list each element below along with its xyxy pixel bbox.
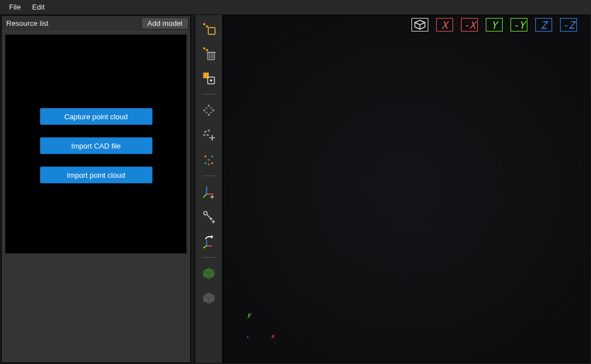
- resource-panel-header: Resource list Add model: [2, 16, 190, 32]
- transform-frame-tool[interactable]: [199, 231, 219, 251]
- svg-point-18: [211, 107, 212, 109]
- axis-gizmo: y x •: [241, 307, 275, 341]
- cluster-points-tool[interactable]: [199, 150, 219, 170]
- voxel-gray-icon: [201, 290, 217, 306]
- svg-point-15: [212, 109, 214, 111]
- view-iso-button[interactable]: [411, 18, 428, 32]
- svg-point-20: [211, 112, 212, 114]
- anchor-add-icon: [201, 209, 217, 224]
- add-points-tool[interactable]: [199, 125, 219, 145]
- voxel-green-icon: [201, 266, 217, 281]
- view-y-neg-button[interactable]: -Y: [511, 18, 527, 32]
- svg-point-12: [210, 79, 212, 82]
- svg-point-23: [203, 134, 205, 136]
- toolbar-separator: [202, 176, 216, 176]
- resource-panel: Resource list Add model Capture point cl…: [1, 15, 191, 363]
- voxel-green-tool[interactable]: [199, 263, 219, 284]
- cluster-points-icon: [201, 152, 217, 168]
- svg-point-27: [204, 155, 206, 157]
- svg-point-21: [204, 131, 207, 133]
- cube-iso-icon: [414, 19, 426, 30]
- svg-point-17: [206, 107, 208, 109]
- svg-line-46: [203, 246, 207, 248]
- scatter-points-icon: [201, 102, 217, 118]
- svg-point-22: [208, 129, 210, 132]
- toolbar-separator: [202, 94, 216, 95]
- svg-point-32: [208, 163, 209, 165]
- view-x-neg-button[interactable]: -X: [461, 18, 478, 32]
- select-rect-tool[interactable]: [199, 19, 219, 39]
- view-y-pos-button[interactable]: Y: [486, 18, 503, 32]
- view-z-neg-button[interactable]: -Z: [560, 18, 577, 32]
- selection-mask-icon: [201, 70, 217, 86]
- right-area: X -X Y -Y Z -Z y x •: [195, 14, 591, 364]
- select-rect-icon: [201, 21, 217, 37]
- svg-point-24: [207, 134, 209, 136]
- svg-point-3: [203, 47, 205, 50]
- import-point-cloud-button[interactable]: Import point cloud: [40, 167, 153, 183]
- menu-file[interactable]: File: [3, 1, 26, 13]
- view-buttons-bar: X -X Y -Y Z -Z: [411, 18, 577, 32]
- svg-point-13: [208, 105, 210, 107]
- import-cad-file-button[interactable]: Import CAD file: [40, 137, 153, 154]
- axis-label-x: x: [271, 332, 275, 340]
- toolbar-separator: [202, 257, 216, 258]
- svg-point-28: [211, 155, 213, 157]
- resource-panel-title: Resource list: [6, 19, 48, 28]
- svg-marker-43: [211, 235, 213, 239]
- transform-frame-icon: [201, 233, 217, 249]
- svg-point-16: [208, 114, 210, 116]
- main-layout: Resource list Add model Capture point cl…: [0, 14, 591, 364]
- frame-add-icon: [201, 184, 217, 200]
- delete-tool[interactable]: [199, 43, 219, 64]
- selection-mask-tool[interactable]: [199, 68, 219, 88]
- trash-icon: [201, 46, 217, 61]
- svg-point-40: [210, 218, 212, 220]
- menu-edit[interactable]: Edit: [26, 1, 50, 13]
- svg-point-4: [206, 49, 208, 51]
- svg-point-14: [203, 109, 205, 111]
- add-frame-tool[interactable]: [199, 182, 219, 202]
- view-z-pos-button[interactable]: Z: [535, 18, 552, 32]
- axis-origin-dot: •: [246, 335, 249, 340]
- svg-line-35: [203, 194, 207, 197]
- svg-point-30: [204, 162, 206, 164]
- svg-point-31: [211, 162, 213, 164]
- svg-rect-2: [208, 28, 215, 34]
- menu-bar: File Edit: [0, 0, 591, 14]
- capture-point-cloud-button[interactable]: Capture point cloud: [40, 108, 153, 125]
- add-points-icon: [201, 127, 217, 143]
- svg-point-19: [206, 112, 208, 114]
- view-x-pos-button[interactable]: X: [436, 18, 453, 32]
- 3d-viewport[interactable]: X -X Y -Y Z -Z y x •: [223, 15, 590, 363]
- add-anchor-tool[interactable]: [199, 206, 219, 227]
- svg-point-29: [208, 159, 209, 160]
- svg-point-0: [203, 23, 205, 25]
- resource-list-body: Capture point cloud Import CAD file Impo…: [5, 34, 187, 254]
- axis-label-y: y: [247, 311, 251, 318]
- vertical-toolbar: [195, 15, 223, 363]
- add-model-button[interactable]: Add model: [141, 17, 189, 29]
- svg-point-1: [206, 25, 208, 28]
- voxel-gray-tool[interactable]: [199, 288, 219, 308]
- scatter-points-tool[interactable]: [199, 100, 219, 120]
